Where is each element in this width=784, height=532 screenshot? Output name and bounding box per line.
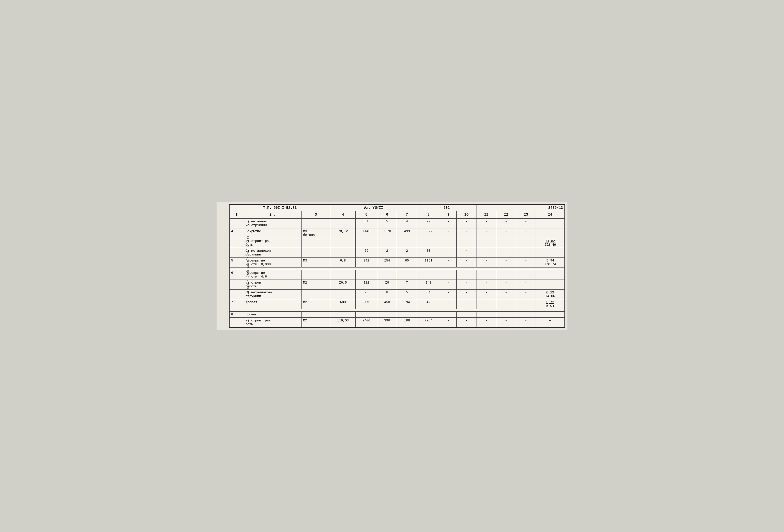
row-col4 [330,289,356,299]
page-wrapper: 75н зак.43 тир.500экз.28. [43рф] Т.П. 90… [217,202,567,330]
row-desc: Перекрытиена отм. 0,000 [244,258,302,268]
row-unit [302,248,330,258]
row-col4: II9,03 [330,318,356,328]
row-num [229,238,244,248]
row-col5: 7I45 [356,228,377,238]
row-col12 [496,312,516,318]
table-row: б) металло-конструкции 6I 5 4 70 - - - -… [229,218,565,228]
row-col7: 499 [397,228,417,238]
row-col10: - [456,318,476,328]
row-unit [302,289,330,299]
row-col7: I94 [397,299,417,309]
row-col13 [516,270,536,280]
col-h-11: II [476,211,496,219]
row-num: 7 [229,299,244,309]
row-desc: Покрытие [244,228,302,238]
row-col6 [377,238,397,248]
row-col12: - [496,280,516,289]
row-col5: 2400 [356,318,377,328]
row-col11 [476,238,496,248]
row-col7 [397,238,417,248]
table-row: а) строит.ра-боты М2 II9,03 2400 396 I68… [229,318,565,328]
row-col14: I4,82 II2,49 [536,238,565,248]
row-col11: - [476,248,496,258]
row-unit [302,218,330,228]
row-unit: М2 [302,299,330,309]
row-col5: 2776 [356,299,377,309]
row-col11 [476,312,496,318]
row-col11 [476,270,496,280]
row-col11: - [476,258,496,268]
row-col6: II78 [377,228,397,238]
row-desc: б) металлокон-струкции [244,248,302,258]
row-unit: М2 [302,318,330,328]
row-col6 [377,312,397,318]
row-col14 [536,248,565,258]
row-col13 [516,238,536,248]
col-h-5: 5 [356,211,377,219]
header-tp: Т.П. 90I-I-52.83 [229,204,330,211]
row-col6: I9 [377,280,397,289]
row-num: 6 [229,270,244,280]
table-row-spacer [229,309,565,312]
row-col13: - [516,228,536,238]
row-unit [302,312,330,318]
row-num [229,248,244,258]
row-num [229,289,244,299]
frac-top: 0,39 [547,290,554,294]
row-col14 [536,270,565,280]
table-row: а) строит.работы М2 I6,5 I22 I9 7 I48 - … [229,280,565,289]
row-col12: - [496,248,516,258]
row-col13: - [516,258,536,268]
row-col8 [417,238,440,248]
row-col10 [456,238,476,248]
frac-bottom: 5,04 [547,304,554,308]
col-h-14: I4 [536,211,565,219]
row-col6 [377,270,397,280]
row-col14: 5,72 5,04 [536,299,565,309]
row-col6: 5 [377,218,397,228]
row-col8: 84 [417,289,440,299]
table-row: 6 Перекрытиена отм. 4,6 [229,270,565,280]
row-col13: - [516,299,536,309]
row-col8: 8822 [417,228,440,238]
row-col6: 6 [377,289,397,299]
row-col4 [330,238,356,248]
row-col6: 396 [377,318,397,328]
row-col14: 0,39 I4,06 [536,289,565,299]
row-col4 [330,312,356,318]
row-num: 4 [229,228,244,238]
col-h-12: I2 [496,211,516,219]
row-col5: 6I [356,218,377,228]
row-col10: - [456,299,476,309]
frac-bottom: II2,49 [544,243,556,247]
row-col9: - [440,289,457,299]
row-col14 [536,312,565,318]
row-col8: II6I [417,258,440,268]
row-col5: 942 [356,258,377,268]
row-col12 [496,270,516,280]
row-desc: Проемы [244,312,302,318]
row-col9: - [440,299,457,309]
row-col6: 2 [377,248,397,258]
row-col7: 2 [397,248,417,258]
row-col8: 3429 [417,299,440,309]
table-row: б) металлокон-струкции 73 6 5 84 - - - -… [229,289,565,299]
col-h-2: 2 . [244,211,302,219]
row-col9: - [440,218,457,228]
table-row: б) металлокон-струкции 29 2 2 33 - = - -… [229,248,565,258]
row-col11: - [476,318,496,328]
row-desc: б) металлокон-струкции [244,289,302,299]
col-h-8: 8 [417,211,440,219]
col-h-1: I [229,211,244,219]
row-col13: - [516,218,536,228]
row-col6: I54 [377,258,397,268]
row-col6: 458 [377,299,397,309]
row-col10: - [456,289,476,299]
row-unit [302,238,330,248]
row-col9: - [440,318,457,328]
row-desc: б) металло-конструкции [244,218,302,228]
table-row: 7 Кровля М2 680 2776 458 I94 3429 - - - … [229,299,565,309]
row-col14 [536,228,565,238]
row-col4 [330,248,356,258]
